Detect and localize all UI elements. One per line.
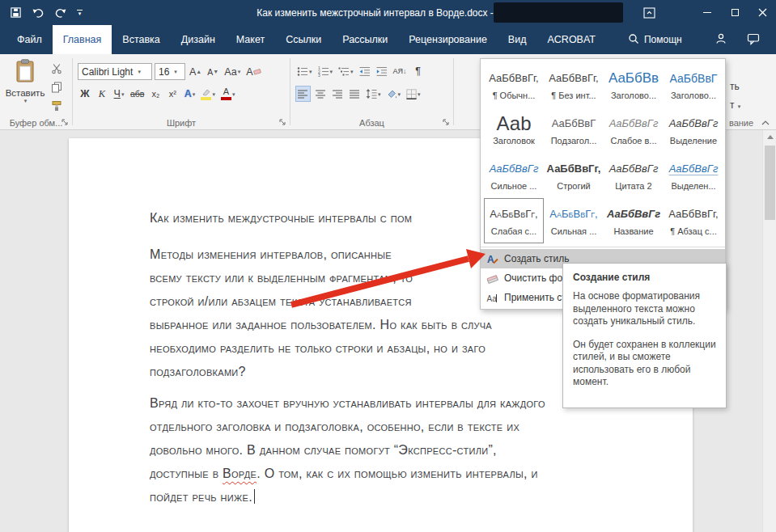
cut-icon[interactable] xyxy=(49,62,65,75)
doc-paragraph-2: Вряд ли кто-то захочет вручную устанавли… xyxy=(150,391,693,509)
style-heading2[interactable]: АаБбВвГЗаголово... xyxy=(664,62,723,108)
decrease-indent-button[interactable] xyxy=(358,63,372,79)
style-quote2[interactable]: АаБбВвГгЦитата 2 xyxy=(604,153,664,198)
font-name-combo[interactable]: Calibri Light ▾ xyxy=(78,63,152,80)
minimize-button[interactable] xyxy=(693,0,721,25)
align-center-button[interactable] xyxy=(313,86,328,102)
style-intense-quote[interactable]: АаБбВвГгВыделен... xyxy=(664,153,723,198)
clipboard-dialog-launcher-icon[interactable] xyxy=(61,118,69,126)
font-size-combo[interactable]: 16 ▾ xyxy=(155,63,185,80)
subscript-button[interactable]: х₂ xyxy=(148,86,163,102)
font-name-value: Calibri Light xyxy=(82,66,133,78)
replace-button-fragment[interactable]: ть xyxy=(730,81,740,92)
close-button[interactable] xyxy=(748,0,776,25)
save-icon[interactable] xyxy=(10,6,22,19)
vertical-scrollbar[interactable] xyxy=(762,130,776,532)
select-button-fragment[interactable]: т ▾ xyxy=(730,99,740,111)
maximize-button[interactable] xyxy=(721,0,748,25)
underline-button[interactable]: Ч▾ xyxy=(112,86,126,102)
doc-line: довольно много. В данном случае помогут … xyxy=(150,438,693,462)
tab-mailings[interactable]: Рассылки xyxy=(332,25,398,54)
style-book-title[interactable]: АаБбВвГгНазвание xyxy=(604,198,664,243)
scroll-up-icon[interactable] xyxy=(763,130,776,144)
justify-button[interactable] xyxy=(347,86,362,102)
change-case-button[interactable]: Аа▾ xyxy=(223,64,242,80)
tab-references[interactable]: Ссылки xyxy=(275,25,332,54)
style-subtitle[interactable]: АаБбВвГПодзагол... xyxy=(544,108,604,153)
paragraph-dialog-launcher-icon[interactable] xyxy=(442,118,450,126)
style-emphasis[interactable]: АаБбВвГгВыделение xyxy=(664,108,723,153)
paragraph-group: ▾ 123▾ ▾ АЯ↓ ¶ xyxy=(290,54,453,129)
redo-icon[interactable] xyxy=(54,6,67,19)
numbering-button[interactable]: 123▾ xyxy=(316,63,335,79)
tab-home[interactable]: Главная xyxy=(53,25,112,54)
grow-font-button[interactable]: А▲ xyxy=(188,64,203,80)
multilevel-list-button[interactable]: ▾ xyxy=(337,63,355,79)
style-normal[interactable]: АаБбВвГг,¶ Обычн... xyxy=(484,62,544,108)
increase-indent-button[interactable] xyxy=(375,63,389,79)
clear-formatting-button[interactable]: А xyxy=(244,64,262,80)
create-style-tooltip: Создание стиля На основе форматирования … xyxy=(562,263,727,408)
tooltip-title: Создание стиля xyxy=(573,272,716,283)
superscript-button[interactable]: х² xyxy=(165,86,180,102)
copy-icon[interactable] xyxy=(49,81,65,94)
tab-design[interactable]: Дизайн xyxy=(171,25,226,54)
text-effects-button[interactable]: А▾ xyxy=(182,86,197,102)
style-subtle-reference[interactable]: АаБбВвГг,Слабая с... xyxy=(484,198,544,243)
svg-text:Аа: Аа xyxy=(487,293,498,302)
font-dialog-launcher-icon[interactable] xyxy=(278,118,286,126)
style-list-paragraph[interactable]: АаБбВвГг,¶ Абзац с... xyxy=(664,198,723,243)
shading-button[interactable]: ▾ xyxy=(385,86,403,102)
tell-me-icon xyxy=(628,33,639,47)
redacted-region xyxy=(494,2,623,23)
borders-button[interactable]: ▾ xyxy=(405,86,422,102)
tab-review[interactable]: Рецензирование xyxy=(398,25,498,54)
ribbon-display-options-icon[interactable] xyxy=(637,0,661,25)
paste-icon xyxy=(15,59,36,86)
line-spacing-button[interactable]: ▾ xyxy=(364,86,383,102)
tooltip-paragraph: Он будет сохранен в коллекции стилей, и … xyxy=(573,339,716,389)
shrink-font-button[interactable]: А▼ xyxy=(206,64,220,80)
collapse-ribbon-icon[interactable] xyxy=(761,120,770,125)
font-group: Calibri Light ▾ 16 ▾ А▲ А▼ Аа▾ А Ж К Ч▾ xyxy=(73,54,290,129)
tab-acrobat[interactable]: ACROBAT xyxy=(536,25,606,54)
bold-button[interactable]: Ж xyxy=(78,86,92,102)
italic-button[interactable]: К xyxy=(95,86,109,102)
tab-layout[interactable]: Макет xyxy=(226,25,275,54)
format-painter-icon[interactable] xyxy=(49,99,65,112)
style-intense-reference[interactable]: АаБбВвГг,Сильная ... xyxy=(544,198,604,243)
style-strong[interactable]: АаБбВвГг,Строгий xyxy=(544,153,604,198)
styles-gallery: АаБбВвГг,¶ Обычн... АаБбВвГг,¶ Без инт..… xyxy=(481,59,725,247)
align-right-button[interactable] xyxy=(330,86,345,102)
doc-line: пойдет речь ниже. xyxy=(150,485,693,509)
apply-styles-icon: Аа xyxy=(486,292,498,304)
tab-insert[interactable]: Вставка xyxy=(112,25,170,54)
tooltip-paragraph: На основе форматирования выделенного тек… xyxy=(573,290,716,328)
align-left-button[interactable] xyxy=(295,86,311,102)
scrollbar-thumb[interactable] xyxy=(765,146,775,220)
show-marks-button[interactable]: ¶ xyxy=(411,63,426,79)
clipboard-group: Вставить ▾ Буфер обм... xyxy=(0,54,72,129)
paste-label: Вставить xyxy=(6,88,45,98)
comment-icon[interactable] xyxy=(747,32,760,48)
bullets-button[interactable]: ▾ xyxy=(295,63,314,79)
style-title[interactable]: АаbЗаголовок xyxy=(484,108,544,153)
account-icon[interactable] xyxy=(715,32,727,48)
style-heading1[interactable]: АаБбВвЗаголово... xyxy=(604,62,664,108)
font-size-caret-icon: ▾ xyxy=(174,69,177,74)
style-no-spacing[interactable]: АаБбВвГг,¶ Без инт... xyxy=(544,62,604,108)
style-subtle-emphasis[interactable]: АаБбВвГгСлабое в... xyxy=(604,108,664,153)
undo-icon[interactable] xyxy=(32,6,45,19)
style-intense-emphasis[interactable]: АаБбВвГгСильное ... xyxy=(484,153,544,198)
highlight-color-button[interactable]: ▾ xyxy=(199,86,217,102)
paste-button[interactable]: Вставить ▾ xyxy=(5,59,45,114)
customize-qat-icon[interactable]: ▾ xyxy=(77,10,83,16)
font-color-button[interactable]: А ▾ xyxy=(219,86,237,102)
sort-button[interactable]: АЯ↓ xyxy=(392,63,409,79)
tab-tell-me[interactable]: Помощн xyxy=(617,25,693,54)
tab-file[interactable]: Файл xyxy=(6,25,53,54)
strikethrough-button[interactable]: абв xyxy=(129,86,146,102)
font-size-value: 16 xyxy=(159,66,169,78)
tab-view[interactable]: Вид xyxy=(498,25,537,54)
quick-access-toolbar: ▾ xyxy=(0,6,83,19)
